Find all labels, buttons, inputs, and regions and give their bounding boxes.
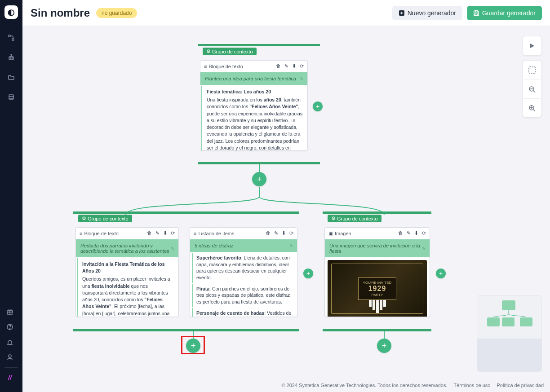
page-title: Sin nombre (31, 7, 90, 19)
svg-point-3 (10, 57, 11, 58)
nav-flow-icon[interactable] (6, 32, 17, 43)
svg-point-13 (9, 355, 11, 357)
image-node[interactable]: ▣ Imagen 🗑 ✎ ⬇ ⟳ Una imagen que servirá … (324, 227, 430, 317)
delete-icon[interactable]: 🗑 (147, 230, 152, 236)
delete-icon[interactable]: 🗑 (398, 230, 403, 236)
download-icon[interactable]: ⬇ (163, 230, 167, 236)
svg-line-22 (533, 91, 535, 92)
context-group-bar (198, 44, 320, 46)
list-item: Personaje de cuento de hadas: Vestidos d… (192, 308, 295, 317)
svg-rect-15 (475, 14, 478, 16)
node-body: Invitación a la Fiesta Temática de los A… (77, 258, 178, 317)
download-icon[interactable]: ⬇ (414, 230, 418, 236)
save-generator-button[interactable]: Guardar generador (467, 6, 542, 20)
nav-user-icon[interactable] (4, 352, 15, 363)
drag-icon: ≡ (80, 231, 82, 236)
copyright: © 2024 Syntetica Generative Technologies… (281, 383, 447, 388)
refresh-icon[interactable]: ⟳ (171, 230, 175, 236)
svg-rect-1 (12, 39, 14, 40)
list-icon: ≡ (194, 231, 196, 236)
svg-rect-0 (9, 35, 10, 37)
svg-rect-16 (475, 11, 477, 12)
edit-icon[interactable]: ✎ (155, 230, 160, 236)
canvas[interactable]: ⚙Grupo de contexto ≡ Bloque de texto 🗑 ✎… (22, 26, 550, 379)
edit-icon[interactable]: ✎ (407, 230, 411, 236)
top-text-block-node[interactable]: ≡ Bloque de texto 🗑 ✎ ⬇ ⟳ Plantea una id… (200, 60, 308, 151)
sidebar: ◐ // (0, 0, 22, 392)
add-branch-button-right[interactable]: + (377, 339, 391, 353)
privacy-link[interactable]: Política de privacidad (497, 383, 544, 388)
header: Sin nombre no guardado Nuevo generador G… (22, 0, 550, 26)
prompt-band[interactable]: Plantea una idea para una fiesta temátic… (200, 72, 307, 85)
generated-image: YOU'RE INVITED 1929 PARTY (328, 260, 427, 317)
context-group-bar-right (323, 211, 431, 214)
gear-icon: ⚙ (82, 216, 86, 221)
pencil-icon: ✎ (170, 246, 174, 251)
terms-link[interactable]: Términos de uso (454, 383, 491, 388)
add-right-button[interactable]: + (303, 269, 313, 278)
svg-line-25 (533, 110, 535, 111)
delete-icon[interactable]: 🗑 (266, 230, 271, 236)
unsaved-badge: no guardado (96, 8, 137, 18)
prompt-band[interactable]: 5 ideas de disfraz✎ (190, 239, 297, 252)
add-right-button[interactable]: + (313, 101, 323, 111)
context-group-bottom-bar-left (73, 329, 299, 331)
nav-accent-icon[interactable]: // (4, 372, 15, 383)
nav-folder-icon[interactable] (6, 72, 17, 83)
svg-point-6 (11, 54, 12, 55)
context-group-label[interactable]: ⚙Grupo de contexto (203, 48, 257, 55)
add-branch-button[interactable]: + (252, 172, 266, 186)
pencil-icon: ✎ (421, 246, 425, 251)
play-button[interactable] (523, 36, 541, 55)
add-right-button[interactable]: + (436, 269, 446, 278)
canvas-tools (522, 36, 542, 118)
drag-icon: ≡ (204, 64, 207, 69)
svg-point-12 (10, 328, 10, 329)
app-logo[interactable]: ◐ (4, 5, 18, 19)
image-icon: ▣ (328, 230, 333, 236)
svg-point-4 (12, 57, 13, 58)
node-body: Fiesta temática: Los años 20 Una fiesta … (201, 86, 307, 151)
context-group-label-left[interactable]: ⚙Grupo de contexto (78, 215, 132, 222)
zoom-out-button[interactable] (523, 79, 541, 98)
context-group-bottom-bar-right (323, 329, 431, 331)
nav-bell-icon[interactable] (4, 337, 15, 348)
delete-icon[interactable]: 🗑 (276, 63, 281, 69)
pencil-icon: ✎ (299, 76, 303, 81)
refresh-icon[interactable]: ⟳ (300, 63, 304, 69)
nav-bot-icon[interactable] (6, 52, 17, 63)
context-group-bar-left (73, 211, 299, 214)
list-item: Superhéroe favorito: Llena de detalles, … (192, 253, 295, 283)
nav-help-icon[interactable] (4, 322, 15, 332)
context-group-label-right[interactable]: ⚙Grupo de contexto (328, 215, 381, 222)
refresh-icon[interactable]: ⟳ (422, 230, 426, 236)
download-icon[interactable]: ⬇ (282, 230, 286, 236)
refresh-icon[interactable]: ⟳ (289, 230, 293, 236)
footer: © 2024 Syntetica Generative Technologies… (22, 379, 550, 392)
minimap[interactable] (477, 295, 542, 372)
pencil-icon: ✎ (289, 243, 293, 248)
download-icon[interactable]: ⬇ (292, 63, 296, 69)
nav-gift-icon[interactable] (4, 306, 15, 317)
prompt-band[interactable]: Redacta dos párrafos invitando y describ… (76, 239, 178, 257)
gear-icon: ⚙ (331, 216, 336, 221)
edit-icon[interactable]: ✎ (284, 63, 288, 69)
gear-icon: ⚙ (206, 48, 211, 54)
left-text-block-node[interactable]: ≡ Bloque de texto 🗑 ✎ ⬇ ⟳ Redacta dos pá… (75, 227, 179, 317)
list-item: Pirata: Con parches en el ojo, sombreros… (192, 284, 295, 307)
zoom-in-button[interactable] (523, 98, 541, 117)
prompt-band[interactable]: Una imagen que servirá de invitación a l… (325, 239, 430, 257)
svg-rect-20 (529, 67, 535, 73)
edit-icon[interactable]: ✎ (274, 230, 278, 236)
fit-view-button[interactable] (523, 61, 541, 79)
item-list-node[interactable]: ≡ Listado de items 🗑 ✎ ⬇ ⟳ 5 ideas de di… (190, 227, 297, 317)
new-generator-button[interactable]: Nuevo generador (392, 6, 462, 20)
nav-widget-icon[interactable] (6, 92, 17, 102)
context-group-bottom-bar (198, 162, 320, 164)
add-branch-button-left[interactable]: + (186, 339, 200, 353)
